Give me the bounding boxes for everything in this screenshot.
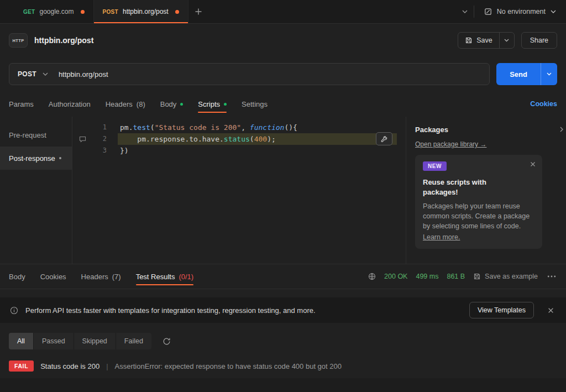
status-code: 200 OK: [384, 273, 407, 280]
info-icon: [10, 306, 18, 315]
share-button[interactable]: Share: [521, 32, 557, 49]
tab-list-chevron-button[interactable]: [456, 0, 474, 23]
collapse-panel-button[interactable]: [560, 127, 563, 132]
wrench-icon: [381, 135, 388, 143]
test-filters: All Passed Skipped Failed: [0, 333, 566, 349]
save-as-example-button[interactable]: Save as example: [473, 273, 538, 280]
cookies-link[interactable]: Cookies: [530, 100, 557, 108]
tab-title: httpbin.org/post: [123, 8, 169, 15]
code-token: test: [133, 123, 150, 132]
code-token: (: [150, 123, 155, 132]
scripts-sidebar: Pre-request Post-response: [0, 117, 72, 264]
request-title[interactable]: httpbin.org/post: [34, 36, 93, 45]
tab-title: google.com: [39, 8, 74, 15]
comment-icon[interactable]: [79, 136, 86, 143]
save-options-button[interactable]: [499, 33, 514, 48]
view-templates-button[interactable]: View Templates: [469, 302, 534, 318]
code-content[interactable]: pm.test("Status code is 200", function()…: [118, 122, 397, 133]
test-name: Status code is 200: [40, 362, 99, 370]
learn-more-link[interactable]: Learn more.: [423, 233, 460, 241]
more-actions-button[interactable]: [546, 275, 557, 278]
environment-name: No environment: [497, 8, 546, 15]
response-time: 499 ms: [416, 273, 438, 280]
sidebar-item-pre-request[interactable]: Pre-request: [0, 123, 72, 147]
plus-icon: [195, 8, 202, 15]
refresh-icon: [163, 337, 171, 346]
headers-count: (7): [112, 273, 121, 281]
tab-headers[interactable]: Headers(8): [106, 91, 145, 117]
send-label: Send: [510, 70, 527, 79]
more-horizontal-icon: [547, 275, 556, 278]
filter-failed[interactable]: Failed: [116, 333, 151, 349]
url-bar: POST Send: [0, 57, 566, 91]
promo-card-close-button[interactable]: [530, 161, 536, 167]
send-button[interactable]: Send: [496, 63, 541, 85]
share-label: Share: [530, 36, 548, 44]
chevron-down-icon: [462, 10, 468, 13]
method-selector[interactable]: POST: [9, 64, 56, 85]
save-split-button: Save: [458, 32, 515, 49]
tab-settings[interactable]: Settings: [242, 91, 268, 117]
chevron-down-icon: [43, 72, 48, 76]
response-size: 861 B: [447, 273, 465, 280]
request-header: HTTP httpbin.org/post Save Share: [0, 24, 566, 57]
rerun-tests-button[interactable]: [163, 337, 171, 346]
response-tab-body[interactable]: Body: [9, 264, 25, 289]
chevron-right-icon: [560, 127, 563, 132]
tab-label: Test Results: [136, 273, 175, 281]
scripts-workbench: Pre-request Post-response 1 pm.test("Sta…: [0, 117, 566, 264]
request-tab-google[interactable]: GET google.com: [14, 0, 94, 23]
tab-label: Settings: [242, 100, 268, 108]
content-present-dot: [180, 103, 183, 106]
headers-count: (8): [137, 100, 145, 108]
url-input[interactable]: [56, 64, 489, 85]
request-actions: Save Share: [458, 32, 557, 49]
test-result-row: FAIL Status code is 200 | AssertionError…: [0, 360, 566, 372]
bottom-strip: [0, 378, 566, 392]
save-label: Save: [476, 36, 492, 44]
tab-label: Params: [9, 100, 34, 108]
fix-with-postbot-button[interactable]: [376, 132, 392, 145]
code-token: "Status code is 200": [155, 123, 242, 132]
response-tab-headers[interactable]: Headers(7): [81, 264, 121, 289]
code-token: 400: [254, 135, 267, 143]
banner-message: Perform API tests faster with templates …: [25, 306, 316, 315]
code-editor[interactable]: 1 pm.test("Status code is 200", function…: [72, 117, 406, 264]
code-token: (){: [284, 123, 297, 132]
packages-promo-card: NEW Reuse scripts with packages! Package…: [415, 155, 542, 249]
line-number: 3: [92, 145, 107, 156]
sidebar-item-post-response[interactable]: Post-response: [0, 147, 72, 170]
request-tabs: Params Authorization Headers(8) Body Scr…: [0, 91, 566, 117]
tab-label: Body: [9, 273, 25, 281]
code-content[interactable]: pm.response.to.have.status(400);: [118, 133, 397, 145]
response-tab-cookies[interactable]: Cookies: [40, 264, 66, 289]
code-line: 1 pm.test("Status code is 200", function…: [72, 122, 406, 133]
response-tab-test-results[interactable]: Test Results(0/1): [136, 264, 194, 289]
line-number: 1: [92, 122, 107, 133]
tabbar-spacer: [208, 0, 456, 23]
request-tab-httpbin[interactable]: POST httpbin.org/post: [94, 0, 188, 23]
tab-scripts[interactable]: Scripts: [198, 91, 227, 117]
send-options-button[interactable]: [541, 63, 557, 85]
code-token: function: [250, 123, 285, 132]
tab-method-label: POST: [103, 9, 118, 15]
code-token: status: [224, 135, 250, 143]
chevron-down-icon: [504, 39, 509, 42]
filter-passed[interactable]: Passed: [34, 333, 74, 349]
tab-body[interactable]: Body: [160, 91, 184, 117]
new-tab-button[interactable]: [188, 0, 208, 23]
save-button[interactable]: Save: [458, 33, 499, 48]
banner-close-button[interactable]: [546, 307, 556, 313]
tab-params[interactable]: Params: [9, 91, 34, 117]
environment-selector[interactable]: No environment: [474, 0, 566, 23]
filter-skipped[interactable]: Skipped: [74, 333, 116, 349]
sidebar-item-label: Pre-request: [9, 131, 46, 139]
open-package-library-link[interactable]: Open package library →: [415, 140, 486, 148]
code-line: 3 }): [72, 145, 406, 156]
response-bar: Body Cookies Headers(7) Test Results(0/1…: [0, 264, 566, 289]
tab-authorization[interactable]: Authorization: [49, 91, 91, 117]
code-content[interactable]: }): [118, 145, 397, 156]
templates-banner: Perform API tests faster with templates …: [0, 297, 566, 323]
filter-all[interactable]: All: [9, 333, 34, 349]
tab-label: Body: [160, 100, 177, 108]
